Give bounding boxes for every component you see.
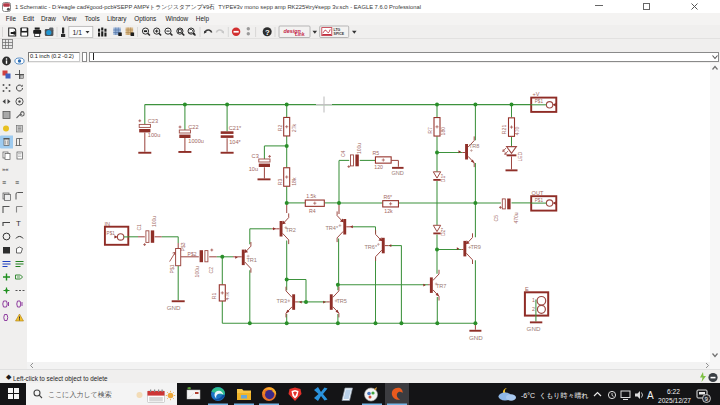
svg-text:120: 120 bbox=[374, 164, 383, 170]
svg-text:TR4*: TR4* bbox=[325, 225, 339, 231]
svg-text:1000u: 1000u bbox=[188, 138, 204, 144]
svg-text:P$1: P$1 bbox=[107, 231, 116, 236]
svg-text:470u: 470u bbox=[513, 212, 519, 223]
svg-text:TR3: TR3 bbox=[277, 298, 288, 304]
svg-text:Link: Link bbox=[295, 32, 305, 37]
svg-text:P$1: P$1 bbox=[535, 99, 544, 104]
svg-text:TR8: TR8 bbox=[469, 143, 480, 149]
svg-text:OUT: OUT bbox=[532, 190, 544, 196]
svg-text:27k: 27k bbox=[291, 123, 297, 132]
svg-text:C5: C5 bbox=[493, 215, 499, 222]
svg-text:TR1: TR1 bbox=[246, 257, 257, 263]
svg-text:P$2: P$2 bbox=[188, 251, 197, 257]
svg-text:104*: 104* bbox=[229, 139, 241, 145]
svg-text:R21: R21 bbox=[501, 125, 507, 135]
svg-text:D2*: D2* bbox=[440, 228, 446, 236]
svg-text:T: T bbox=[16, 219, 21, 228]
svg-text:IN: IN bbox=[104, 221, 110, 227]
svg-text:10u: 10u bbox=[249, 166, 258, 172]
svg-text:47k: 47k bbox=[224, 291, 230, 300]
svg-text:TR9: TR9 bbox=[470, 244, 481, 250]
svg-text:GND: GND bbox=[167, 304, 181, 311]
svg-text:100u: 100u bbox=[148, 132, 160, 138]
svg-text:R7: R7 bbox=[427, 127, 433, 134]
svg-text:470: 470 bbox=[514, 126, 520, 135]
svg-text:»«: »« bbox=[2, 166, 9, 172]
svg-text:1: 1 bbox=[532, 297, 535, 303]
svg-text:C2: C2 bbox=[208, 267, 214, 274]
svg-text:R2: R2 bbox=[277, 124, 283, 131]
svg-text:C23: C23 bbox=[148, 118, 158, 124]
svg-text:9: 9 bbox=[705, 396, 708, 402]
svg-text:?: ? bbox=[265, 28, 270, 37]
svg-text:100u: 100u bbox=[194, 266, 200, 277]
svg-text:≡: ≡ bbox=[2, 179, 6, 186]
svg-text:くもり時々晴れ: くもり時々晴れ bbox=[539, 392, 589, 400]
svg-text:≡: ≡ bbox=[15, 179, 19, 186]
svg-text:R1: R1 bbox=[211, 292, 217, 299]
svg-text:2025/12/27: 2025/12/27 bbox=[658, 397, 691, 404]
svg-text:-6°C: -6°C bbox=[521, 392, 535, 399]
svg-text:GND: GND bbox=[469, 334, 483, 341]
svg-text:C22: C22 bbox=[188, 124, 198, 130]
svg-text:1/1: 1/1 bbox=[73, 29, 83, 36]
svg-text:R6*: R6* bbox=[383, 194, 392, 200]
svg-text:+V: +V bbox=[533, 91, 540, 97]
svg-text:R5: R5 bbox=[373, 150, 380, 156]
svg-text:2: 2 bbox=[532, 306, 535, 312]
svg-text:100u: 100u bbox=[356, 143, 362, 154]
svg-text:GND: GND bbox=[391, 170, 403, 176]
svg-text:C21*: C21* bbox=[229, 125, 242, 131]
svg-text:P$1: P$1 bbox=[169, 264, 175, 273]
svg-text:TR5: TR5 bbox=[336, 298, 347, 304]
svg-text:P$1: P$1 bbox=[535, 198, 544, 203]
svg-text:C3: C3 bbox=[252, 153, 259, 159]
svg-text:P$3: P$3 bbox=[180, 242, 186, 251]
svg-text:TR7: TR7 bbox=[436, 283, 447, 289]
svg-text:A: A bbox=[647, 390, 654, 401]
svg-text:C4: C4 bbox=[340, 150, 346, 157]
svg-text:6:22: 6:22 bbox=[667, 388, 680, 395]
svg-text:GND: GND bbox=[527, 325, 541, 332]
svg-text:TR6*: TR6* bbox=[364, 244, 378, 250]
svg-text:SPICE: SPICE bbox=[334, 32, 345, 36]
svg-text:R4: R4 bbox=[309, 208, 316, 214]
svg-text:180: 180 bbox=[440, 127, 446, 136]
svg-text:LED: LED bbox=[517, 151, 523, 161]
svg-text:R3: R3 bbox=[277, 178, 283, 185]
svg-text:12k: 12k bbox=[384, 208, 393, 214]
svg-text:C1: C1 bbox=[136, 224, 142, 231]
svg-text:18k: 18k bbox=[291, 177, 297, 186]
svg-text:1.5k: 1.5k bbox=[306, 193, 316, 199]
svg-text:TR2: TR2 bbox=[285, 227, 296, 233]
svg-text:D1*: D1* bbox=[440, 174, 446, 182]
svg-text:E: E bbox=[525, 286, 529, 292]
svg-text:100u: 100u bbox=[151, 216, 157, 227]
